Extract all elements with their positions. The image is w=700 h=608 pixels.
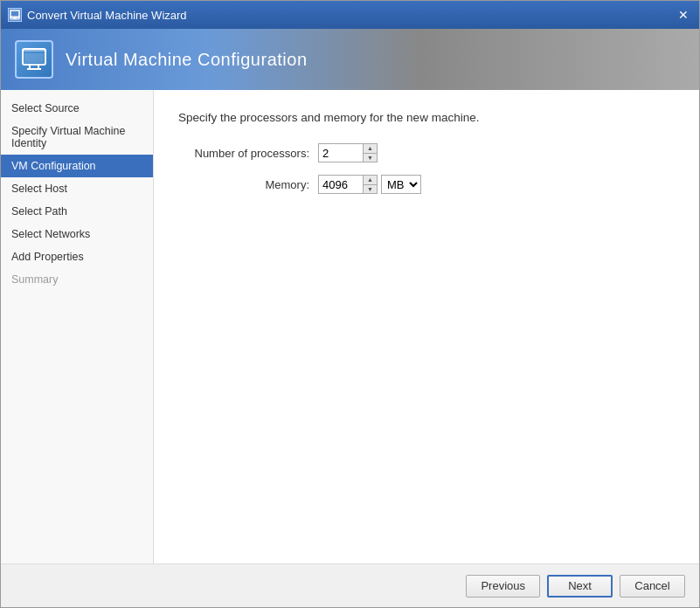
header-title: Virtual Machine Configuration bbox=[66, 50, 308, 70]
sidebar-item-add-properties[interactable]: Add Properties bbox=[1, 245, 153, 268]
memory-row: Memory: ▲ ▼ MB GB bbox=[178, 175, 675, 194]
main-window: Convert Virtual Machine Wizard ✕ Virtual… bbox=[0, 0, 700, 608]
svg-rect-5 bbox=[24, 53, 44, 63]
window-icon bbox=[8, 8, 22, 22]
header-icon bbox=[15, 40, 53, 79]
memory-decrement-button[interactable]: ▼ bbox=[364, 185, 377, 194]
processors-spinbox: ▲ ▼ bbox=[318, 143, 378, 162]
sidebar-item-select-host[interactable]: Select Host bbox=[1, 177, 153, 200]
processors-label: Number of processors: bbox=[178, 147, 318, 160]
processors-decrement-button[interactable]: ▼ bbox=[364, 154, 377, 162]
memory-unit-select[interactable]: MB GB bbox=[381, 175, 421, 194]
processors-input[interactable] bbox=[319, 144, 363, 162]
title-bar-left: Convert Virtual Machine Wizard bbox=[8, 8, 187, 22]
cancel-button[interactable]: Cancel bbox=[620, 575, 685, 598]
close-button[interactable]: ✕ bbox=[675, 6, 692, 24]
memory-increment-button[interactable]: ▲ bbox=[364, 176, 377, 185]
sidebar: Select Source Specify Virtual Machine Id… bbox=[1, 90, 154, 563]
sidebar-item-select-networks[interactable]: Select Networks bbox=[1, 223, 153, 245]
svg-rect-4 bbox=[23, 49, 45, 52]
previous-button[interactable]: Previous bbox=[466, 575, 540, 598]
processors-increment-button[interactable]: ▲ bbox=[364, 144, 377, 154]
processors-spin-buttons: ▲ ▼ bbox=[363, 144, 377, 162]
title-bar: Convert Virtual Machine Wizard ✕ bbox=[1, 1, 699, 29]
memory-controls: ▲ ▼ MB GB bbox=[318, 175, 421, 194]
header-banner: Virtual Machine Configuration bbox=[1, 29, 699, 90]
sidebar-item-specify-vm-identity[interactable]: Specify Virtual Machine Identity bbox=[1, 120, 153, 155]
next-button[interactable]: Next bbox=[547, 575, 613, 598]
memory-spinbox: ▲ ▼ bbox=[318, 175, 378, 194]
content-area: Select Source Specify Virtual Machine Id… bbox=[1, 90, 699, 563]
memory-label: Memory: bbox=[178, 178, 318, 191]
sidebar-item-summary[interactable]: Summary bbox=[1, 268, 153, 291]
window-title: Convert Virtual Machine Wizard bbox=[27, 9, 187, 22]
sidebar-item-select-path[interactable]: Select Path bbox=[1, 200, 153, 223]
memory-input[interactable] bbox=[319, 176, 363, 193]
processors-row: Number of processors: ▲ ▼ bbox=[178, 143, 675, 162]
sidebar-item-select-source[interactable]: Select Source bbox=[1, 97, 153, 120]
memory-spin-buttons: ▲ ▼ bbox=[363, 176, 377, 193]
footer: Previous Next Cancel bbox=[1, 563, 699, 607]
main-content-panel: Specify the processors and memory for th… bbox=[154, 90, 699, 563]
sidebar-item-vm-configuration[interactable]: VM Configuration bbox=[1, 155, 153, 177]
main-subtitle: Specify the processors and memory for th… bbox=[178, 111, 675, 124]
